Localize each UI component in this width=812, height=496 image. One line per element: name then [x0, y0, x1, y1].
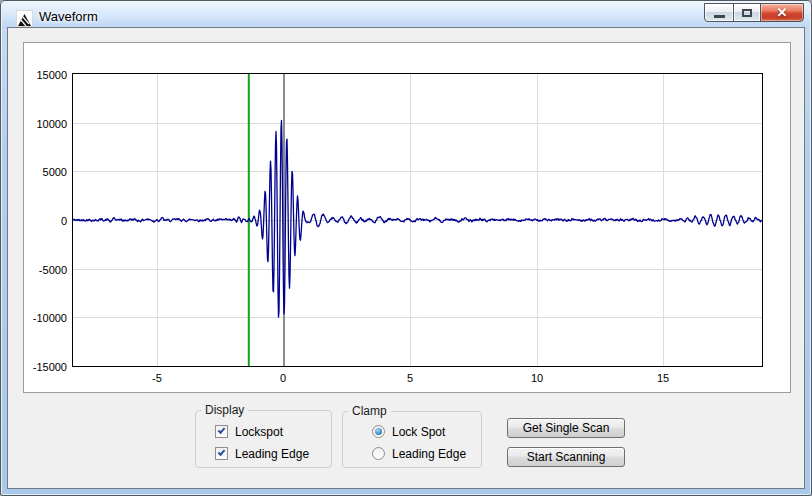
x-tick-label: -5 — [135, 371, 179, 385]
maximize-button[interactable] — [733, 3, 761, 22]
y-tick-label: 0 — [8, 214, 67, 228]
radio-selected-dot — [375, 428, 382, 435]
start-scanning-button[interactable]: Start Scanning — [507, 447, 625, 467]
lockspot-checkbox[interactable] — [215, 425, 228, 438]
lock-spot-radio-label[interactable]: Lock Spot — [392, 425, 445, 439]
x-tick-label: 10 — [515, 371, 559, 385]
clamp-group-label: Clamp — [348, 404, 391, 419]
checkmark-icon — [218, 426, 226, 434]
close-icon: ✕ — [777, 6, 788, 19]
display-groupbox: Display Lockspot Leading Edge — [195, 410, 332, 468]
minimize-button[interactable] — [704, 3, 734, 22]
window-controls: ✕ — [705, 3, 804, 22]
y-tick-label: 10000 — [8, 117, 67, 131]
y-tick-label: -10000 — [8, 311, 67, 325]
leading-edge-checkbox[interactable] — [215, 447, 228, 460]
y-tick-label: -15000 — [8, 360, 67, 374]
get-single-scan-button[interactable]: Get Single Scan — [507, 418, 625, 438]
leading-edge-checkbox-label[interactable]: Leading Edge — [235, 447, 309, 461]
maximize-icon — [742, 9, 752, 17]
checkmark-icon — [218, 448, 226, 456]
minimize-icon — [714, 15, 725, 18]
y-tick-label: 5000 — [8, 165, 67, 179]
title-bar[interactable]: Waveform ✕ — [2, 2, 810, 28]
display-group-label: Display — [201, 403, 248, 418]
close-button[interactable]: ✕ — [760, 3, 804, 22]
lockspot-checkbox-label[interactable]: Lockspot — [235, 425, 283, 439]
leading-edge-radio-label[interactable]: Leading Edge — [392, 447, 466, 461]
x-tick-label: 0 — [261, 371, 305, 385]
x-tick-label: 15 — [641, 371, 685, 385]
x-tick-label: 5 — [388, 371, 432, 385]
waveform-window: Waveform ✕ 15000 10000 5000 0 -5000 -100… — [0, 0, 812, 496]
waveform-plot — [72, 73, 763, 367]
client-area: 15000 10000 5000 0 -5000 -10000 -15000 -… — [8, 28, 804, 488]
clamp-groupbox: Clamp Lock Spot Leading Edge — [342, 411, 482, 468]
y-tick-label: -5000 — [8, 263, 67, 277]
window-title: Waveform — [39, 9, 98, 24]
y-tick-label: 15000 — [8, 68, 67, 82]
striped-triangle-logo-icon — [16, 10, 33, 27]
lock-spot-radio[interactable] — [372, 425, 385, 438]
leading-edge-radio[interactable] — [372, 447, 385, 460]
